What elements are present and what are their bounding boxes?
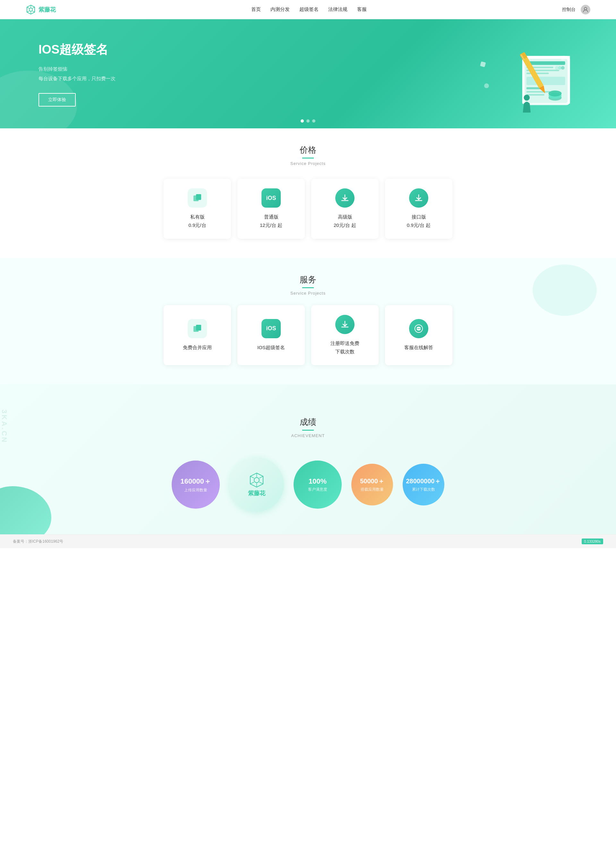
logo-text: 紫藤花	[38, 6, 56, 14]
nav-support[interactable]: 客服	[357, 6, 367, 12]
service-card-2[interactable]: iOS IOS超级签名	[237, 305, 305, 365]
hero-cta-button[interactable]: 立即体验	[38, 93, 76, 106]
nav-menu: 首页 内测分发 超级签名 法律法规 客服	[251, 6, 367, 12]
price-card-3-label: 高级版 20元/台 起	[334, 213, 356, 229]
nav-home[interactable]: 首页	[251, 6, 261, 12]
svg-rect-41	[196, 194, 201, 200]
hero-sub1: 告别掉签烦恼	[38, 64, 308, 74]
service-cards-grid: 免费合并应用 iOS IOS超级签名 注册即送免费 下载次数	[26, 305, 590, 365]
svg-rect-24	[526, 91, 550, 93]
price-card-4-label: 接口版 0.9元/台 起	[407, 213, 431, 229]
achievement-logo-text: 紫藤花	[248, 489, 266, 497]
svg-point-47	[419, 328, 420, 329]
stat-apps-label: 上传应用数量	[184, 487, 207, 493]
stat-downloads: 28000000＋ 累计下载次数	[403, 464, 445, 505]
service-card-1[interactable]: 免费合并应用	[164, 305, 231, 365]
svg-line-55	[250, 482, 254, 484]
hero-section: IOS超级签名 告别掉签烦恼 每台设备下载多个应用，只扣费一次 立即体验	[0, 19, 616, 128]
price-card-3[interactable]: 高级版 20元/台 起	[311, 179, 379, 239]
price-card-1-name: 私有版	[188, 213, 206, 221]
svg-line-5	[32, 11, 35, 12]
hero-illustration	[308, 32, 578, 115]
ios-icon-2: iOS	[261, 319, 281, 338]
copy-icon	[188, 188, 207, 208]
service-title-line	[302, 287, 314, 288]
svg-point-35	[549, 91, 562, 97]
copy-svg-2	[191, 323, 203, 334]
svg-line-52	[250, 476, 254, 478]
price-card-2-label: 普通版 12元/台 起	[260, 213, 282, 229]
hero-sub2: 每台设备下载多个应用，只扣费一次	[38, 74, 308, 83]
navbar: 紫藤花 首页 内测分发 超级签名 法律法规 客服 控制台	[0, 0, 616, 19]
download-svg-2	[414, 194, 423, 202]
svg-point-1	[29, 8, 32, 11]
svg-point-8	[584, 8, 587, 10]
price-cards-section: 私有版 0.9元/台 iOS 普通版 12元/台 起	[0, 176, 616, 258]
achievement-title-en: ACHIEVEMENT	[26, 433, 590, 438]
stat-mounted-value: 50000＋	[360, 477, 384, 486]
dot-2[interactable]	[306, 119, 310, 123]
footer-badge: 0.133280s	[582, 539, 603, 544]
logo-icon	[26, 5, 36, 15]
svg-point-46	[418, 328, 419, 329]
svg-line-53	[259, 482, 263, 484]
price-section: 价格 Service Projects 私有版 0.9元/台 iO	[0, 128, 616, 258]
nav-dashboard[interactable]: 控制台	[562, 7, 576, 12]
svg-rect-18	[526, 61, 565, 65]
nav-internal[interactable]: 内测分发	[270, 6, 290, 12]
svg-line-4	[27, 7, 29, 8]
service-card-3[interactable]: 注册即送免费 下载次数	[311, 305, 379, 365]
price-card-1-price: 0.9元/台	[188, 221, 206, 229]
dot-1[interactable]	[300, 119, 304, 123]
achievement-grid: 160000＋ 上传应用数量 紫藤花 100% 客户满意度 50000＋ 搭载应…	[26, 457, 590, 512]
service-card-4-label: 客服在线解答	[404, 343, 433, 352]
service-title-en: Service Projects	[26, 291, 590, 296]
price-card-2-price: 12元/台 起	[260, 221, 282, 229]
svg-point-45	[417, 328, 418, 329]
hero-svg	[449, 32, 578, 115]
price-card-2[interactable]: iOS 普通版 12元/台 起	[237, 179, 305, 239]
stat-mounted-label: 搭载应用数量	[361, 487, 384, 492]
nav-legal[interactable]: 法律法规	[328, 6, 347, 12]
hero-content: IOS超级签名 告别掉签烦恼 每台设备下载多个应用，只扣费一次 立即体验	[38, 41, 308, 106]
user-icon	[583, 7, 589, 12]
download-svg-3	[340, 320, 349, 329]
hero-dots	[300, 119, 316, 123]
achievement-section: 成绩 ACHIEVEMENT 160000＋ 上传应用数量 紫藤花 100%	[0, 384, 616, 534]
footer-icp: 备案号：浙ICP备16001962号	[13, 539, 63, 544]
service-card-1-label: 免费合并应用	[183, 343, 212, 352]
nav-super-sign[interactable]: 超级签名	[299, 6, 319, 12]
logo[interactable]: 紫藤花	[26, 5, 56, 15]
service-section: 服务 Service Projects 免费合并应用 iOS IOS超级签名	[0, 258, 616, 384]
service-card-3-label: 注册即送免费 下载次数	[331, 339, 360, 355]
dot-3[interactable]	[312, 119, 316, 123]
price-card-4[interactable]: 接口版 0.9元/台 起	[385, 179, 452, 239]
achievement-logo: 紫藤花	[229, 457, 284, 512]
avatar[interactable]	[581, 5, 590, 14]
ios-icon-1: iOS	[261, 188, 281, 208]
download-svg-1	[340, 194, 349, 202]
download-icon-2	[409, 188, 428, 208]
svg-rect-21	[526, 73, 549, 74]
hero-subtitle: 告别掉签烦恼 每台设备下载多个应用，只扣费一次	[38, 64, 308, 83]
achievement-title-cn: 成绩	[26, 417, 590, 428]
price-card-2-name: 普通版	[260, 213, 282, 221]
price-card-1[interactable]: 私有版 0.9元/台	[164, 179, 231, 239]
hero-title: IOS超级签名	[38, 41, 308, 58]
price-card-4-price: 0.9元/台 起	[407, 221, 431, 229]
copy-icon-2	[188, 319, 207, 338]
svg-rect-25	[526, 94, 545, 96]
svg-rect-22	[526, 77, 565, 85]
achievement-title-line	[302, 430, 314, 431]
svg-point-38	[484, 83, 489, 88]
achievement-logo-icon	[249, 472, 265, 488]
service-card-4[interactable]: 客服在线解答	[385, 305, 452, 365]
svg-line-7	[27, 11, 29, 12]
stat-downloads-value: 28000000＋	[406, 477, 441, 486]
svg-rect-43	[196, 325, 201, 331]
stat-satisfaction-value: 100%	[309, 477, 326, 486]
stat-satisfaction-label: 客户满意度	[308, 487, 327, 492]
svg-point-49	[254, 478, 259, 483]
price-card-4-name: 接口版	[407, 213, 431, 221]
svg-rect-37	[561, 56, 566, 60]
